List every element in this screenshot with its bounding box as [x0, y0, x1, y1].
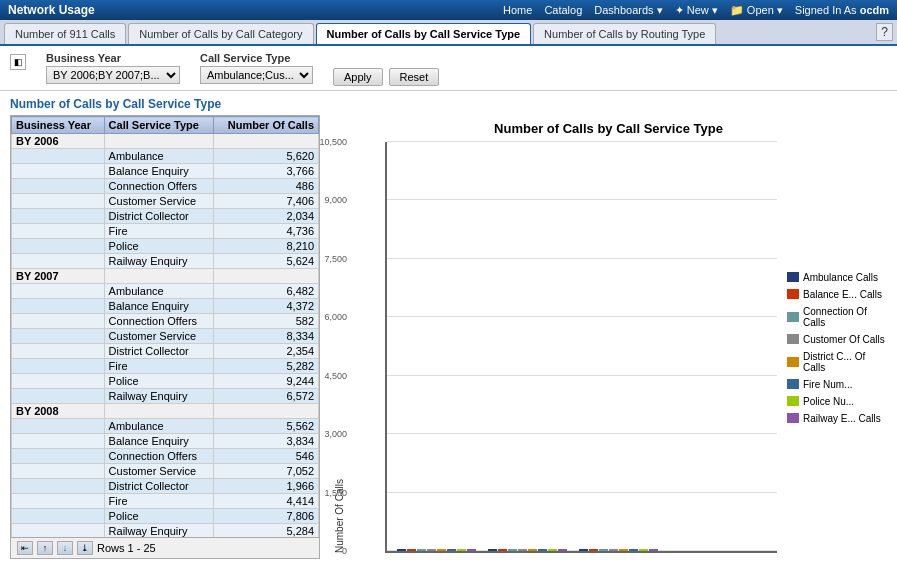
open-link[interactable]: 📁 Open ▾: [730, 4, 783, 17]
cell-calls: 5,562: [214, 419, 319, 434]
cell-service: Railway Enquiry: [104, 389, 213, 404]
username: ocdm: [860, 4, 889, 16]
cell-calls: 4,414: [214, 494, 319, 509]
cell-calls: 7,406: [214, 194, 319, 209]
new-link[interactable]: ✦ New ▾: [675, 4, 718, 17]
cell-service: Balance Enquiry: [104, 164, 213, 179]
tab-call-category[interactable]: Number of Calls by Call Category: [128, 23, 313, 44]
bar: [467, 549, 476, 551]
cell-service: [104, 269, 213, 284]
table-row: Ambulance6,482: [12, 284, 319, 299]
cell-calls: [214, 269, 319, 284]
bar-group: [488, 549, 567, 551]
bar: [619, 549, 628, 551]
table-row: Police8,210: [12, 239, 319, 254]
y-tick-label: 4,500: [324, 371, 347, 381]
legend-item: District C... Of Calls: [787, 351, 887, 373]
cell-service: Customer Service: [104, 464, 213, 479]
cell-year: [12, 449, 105, 464]
cell-service: Connection Offers: [104, 179, 213, 194]
cell-year: [12, 299, 105, 314]
cell-year: [12, 389, 105, 404]
prev-page-icon[interactable]: ↑: [37, 541, 53, 555]
table-row: Police9,244: [12, 374, 319, 389]
cell-service: Fire: [104, 494, 213, 509]
table-row: Railway Enquiry5,284: [12, 524, 319, 538]
help-icon[interactable]: ?: [876, 23, 893, 41]
cell-year: [12, 524, 105, 538]
home-link[interactable]: Home: [503, 4, 532, 17]
cell-service: Balance Enquiry: [104, 434, 213, 449]
cell-calls: 5,624: [214, 254, 319, 269]
cell-service: Connection Offers: [104, 314, 213, 329]
cell-service: Ambulance: [104, 419, 213, 434]
dashboards-link[interactable]: Dashboards ▾: [594, 4, 662, 17]
table-row: Railway Enquiry6,572: [12, 389, 319, 404]
legend-color: [787, 289, 799, 299]
bar: [498, 549, 507, 551]
tab-routing-type[interactable]: Number of Calls by Routing Type: [533, 23, 716, 44]
cell-calls: 486: [214, 179, 319, 194]
cell-service: Ambulance: [104, 149, 213, 164]
cell-calls: 3,766: [214, 164, 319, 179]
cell-year: [12, 494, 105, 509]
table-row: Balance Enquiry4,372: [12, 299, 319, 314]
legend-label: District C... Of Calls: [803, 351, 887, 373]
catalog-link[interactable]: Catalog: [544, 4, 582, 17]
cell-year: [12, 254, 105, 269]
legend-item: Fire Num...: [787, 379, 887, 390]
bar: [407, 549, 416, 551]
legend-item: Customer Of Calls: [787, 334, 887, 345]
col-header-calls: Number Of Calls: [214, 117, 319, 134]
y-tick-label: 10,500: [319, 137, 347, 147]
cell-service: Railway Enquiry: [104, 524, 213, 538]
cell-year: [12, 224, 105, 239]
reset-button[interactable]: Reset: [389, 68, 440, 86]
cell-service: Customer Service: [104, 329, 213, 344]
business-year-select[interactable]: BY 2006;BY 2007;B...: [46, 66, 180, 84]
call-service-type-filter: Call Service Type Ambulance;Cus...: [200, 52, 313, 84]
cell-calls: 546: [214, 449, 319, 464]
table-row: BY 2008: [12, 404, 319, 419]
section-title: Number of Calls by Call Service Type: [0, 91, 897, 115]
legend-label: Customer Of Calls: [803, 334, 885, 345]
legend-item: Connection Of Calls: [787, 306, 887, 328]
cell-calls: 2,034: [214, 209, 319, 224]
cell-service: District Collector: [104, 344, 213, 359]
business-year-label: Business Year: [46, 52, 180, 64]
y-tick-label: 0: [342, 546, 347, 556]
tab-bar-right: ?: [876, 23, 893, 44]
cell-service: Connection Offers: [104, 449, 213, 464]
legend-color: [787, 334, 799, 344]
main-content: ◧ Business Year BY 2006;BY 2007;B... Cal…: [0, 46, 897, 568]
tab-call-service-type[interactable]: Number of Calls by Call Service Type: [316, 23, 532, 44]
bar: [639, 549, 648, 551]
last-page-icon[interactable]: ⤓: [77, 541, 93, 555]
y-tick-label: 9,000: [324, 195, 347, 205]
cell-year: [12, 149, 105, 164]
col-header-service: Call Service Type: [104, 117, 213, 134]
next-page-icon[interactable]: ↓: [57, 541, 73, 555]
cell-service: [104, 404, 213, 419]
legend-label: Fire Num...: [803, 379, 852, 390]
chart-title: Number of Calls by Call Service Type: [330, 121, 887, 136]
table-scroll[interactable]: Business Year Call Service Type Number O…: [11, 116, 319, 537]
chart-legend: Ambulance CallsBalance E... CallsConnect…: [777, 142, 887, 553]
cell-calls: 7,052: [214, 464, 319, 479]
table-row: BY 2006: [12, 134, 319, 149]
cell-year: [12, 509, 105, 524]
cell-service: Railway Enquiry: [104, 254, 213, 269]
collapse-icon[interactable]: ◧: [10, 54, 26, 70]
apply-button[interactable]: Apply: [333, 68, 383, 86]
cell-service: Customer Service: [104, 194, 213, 209]
cell-calls: 5,282: [214, 359, 319, 374]
call-service-type-select[interactable]: Ambulance;Cus...: [200, 66, 313, 84]
y-tick-label: 6,000: [324, 312, 347, 322]
legend-color: [787, 396, 799, 406]
tab-911-calls[interactable]: Number of 911 Calls: [4, 23, 126, 44]
bar: [508, 549, 517, 551]
first-page-icon[interactable]: ⇤: [17, 541, 33, 555]
table-row: Fire4,736: [12, 224, 319, 239]
chart-main: 01,5003,0004,5006,0007,5009,00010,500: [345, 142, 777, 553]
table-row: BY 2007: [12, 269, 319, 284]
